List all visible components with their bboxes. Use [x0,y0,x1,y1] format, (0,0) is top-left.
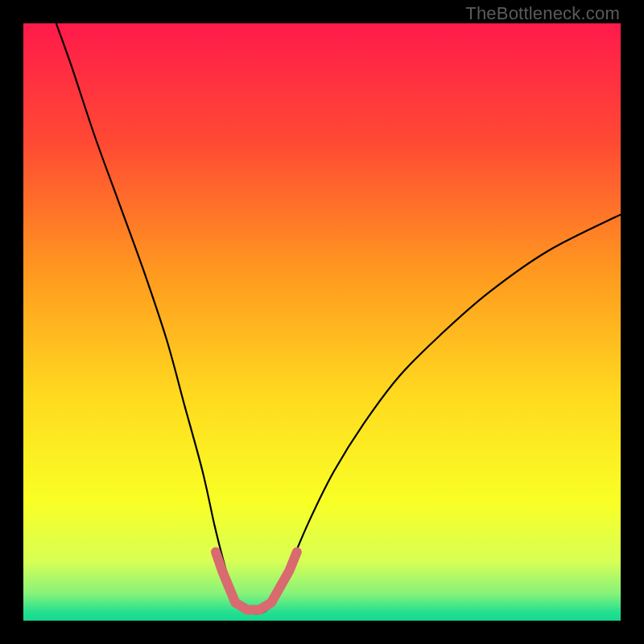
bottleneck-curve [56,23,621,613]
outer-frame: TheBottleneck.com [0,0,644,644]
chart-svg [23,23,621,621]
marker-overlay [216,552,297,610]
watermark-text: TheBottleneck.com [465,3,620,24]
